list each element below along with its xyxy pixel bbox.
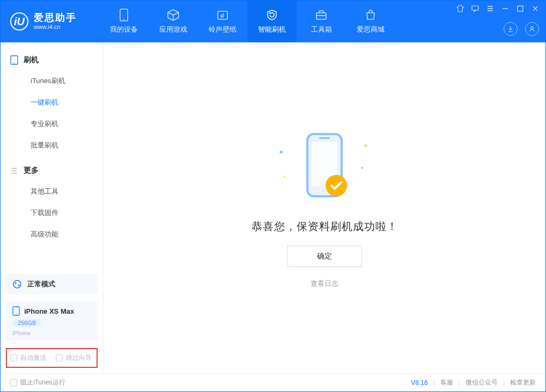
svg-point-9 xyxy=(13,280,21,288)
nav-apps-games[interactable]: 应用游戏 xyxy=(149,1,198,42)
phone-icon xyxy=(10,55,18,65)
nav-label: 智能刷机 xyxy=(258,25,286,34)
sidebar-item-download-firmware[interactable]: 下载固件 xyxy=(1,202,103,224)
account-row xyxy=(456,22,539,36)
statusbar: 阻止iTunes运行 V8.16 | 客服 | 微信公众号 | 检查更新 xyxy=(1,373,545,391)
ok-button[interactable]: 确定 xyxy=(287,246,362,267)
mode-icon xyxy=(12,279,22,289)
window-controls xyxy=(456,5,539,13)
checkbox-block-itunes[interactable]: 阻止iTunes运行 xyxy=(10,378,65,387)
feedback-icon[interactable] xyxy=(471,5,479,13)
account-button[interactable] xyxy=(525,22,539,36)
options-highlight-box: 自动激活 跳过向导 xyxy=(6,348,98,368)
success-message: 恭喜您，保资料刷机成功啦！ xyxy=(252,219,398,234)
nav-store[interactable]: 爱思商城 xyxy=(346,1,395,42)
device-box[interactable]: iPhone XS Max 256GB iPhone xyxy=(6,301,98,341)
checkbox-label: 自动激活 xyxy=(20,353,46,363)
bag-icon xyxy=(365,9,377,21)
sidebar-item-batch-flash[interactable]: 批量刷机 xyxy=(1,135,103,156)
checkbox-auto-activate[interactable]: 自动激活 xyxy=(10,353,46,363)
refresh-shield-icon xyxy=(265,9,278,21)
svg-rect-5 xyxy=(518,6,523,11)
view-log-link[interactable]: 查看日志 xyxy=(311,279,338,289)
app-url: www.i4.cn xyxy=(34,24,77,30)
mode-box[interactable]: 正常模式 xyxy=(6,274,98,294)
svg-point-11 xyxy=(18,285,20,286)
checkbox-icon xyxy=(10,354,17,361)
sidebar-item-pro-flash[interactable]: 专业刷机 xyxy=(1,113,103,135)
sidebar-group-more: 更多 xyxy=(1,160,103,181)
checkbox-label: 跳过向导 xyxy=(66,353,92,363)
list-icon xyxy=(10,167,18,175)
svg-rect-2 xyxy=(218,11,227,19)
content-panel: ✦ ✦ ✦ ✦ 恭喜您，保资料刷机成功啦！ 确定 查看日志 xyxy=(104,42,545,373)
toolbox-icon xyxy=(315,9,328,21)
sidebar-item-advanced[interactable]: 高级功能 xyxy=(1,224,103,245)
success-illustration: ✦ ✦ ✦ ✦ xyxy=(282,127,367,208)
nav-label: 工具箱 xyxy=(311,25,332,34)
svg-point-8 xyxy=(14,63,15,64)
check-update-link[interactable]: 检查更新 xyxy=(510,378,536,387)
storage-badge: 256GB xyxy=(12,319,41,327)
device-type: iPhone xyxy=(12,330,31,336)
sidebar-group-flash: 刷机 xyxy=(1,50,103,70)
svg-point-10 xyxy=(15,283,17,284)
checkbox-skip-guide[interactable]: 跳过向导 xyxy=(56,353,92,363)
music-folder-icon xyxy=(217,9,228,21)
mode-label: 正常模式 xyxy=(27,279,55,289)
nav-label: 爱思商城 xyxy=(357,25,385,34)
svg-point-1 xyxy=(123,19,124,20)
nav-my-device[interactable]: 我的设备 xyxy=(99,1,149,42)
checkbox-icon xyxy=(56,354,63,361)
nav-ringtones[interactable]: 铃声壁纸 xyxy=(198,1,247,42)
device-phone-icon xyxy=(12,306,20,316)
device-icon xyxy=(119,9,129,21)
svg-rect-4 xyxy=(472,6,478,10)
close-icon[interactable] xyxy=(532,5,539,13)
titlebar-right xyxy=(456,1,539,42)
svg-rect-16 xyxy=(319,137,330,139)
sidebar-group-label: 更多 xyxy=(24,166,39,175)
svg-rect-3 xyxy=(316,13,326,19)
nav-label: 我的设备 xyxy=(110,25,138,34)
app-window: iU 爱思助手 www.i4.cn 我的设备 应用游戏 xyxy=(0,0,546,392)
wechat-link[interactable]: 微信公众号 xyxy=(466,378,498,387)
svg-point-17 xyxy=(326,175,347,196)
menu-icon[interactable] xyxy=(486,5,494,13)
version-text: V8.16 xyxy=(411,379,427,387)
logo: iU 爱思助手 www.i4.cn xyxy=(10,1,77,42)
cube-icon xyxy=(167,9,180,21)
sidebar-item-oneclick-flash[interactable]: 一键刷机 xyxy=(1,92,103,113)
support-link[interactable]: 客服 xyxy=(440,378,453,387)
svg-point-13 xyxy=(16,314,17,315)
sidebar-group-label: 刷机 xyxy=(24,55,39,65)
maximize-icon[interactable] xyxy=(517,5,524,13)
sidebar-item-other-tools[interactable]: 其他工具 xyxy=(1,181,103,202)
minimize-icon[interactable] xyxy=(501,5,509,13)
svg-point-6 xyxy=(531,27,534,29)
main-nav: 我的设备 应用游戏 铃声壁纸 智能刷机 xyxy=(99,1,395,42)
checkbox-label: 阻止iTunes运行 xyxy=(20,378,65,387)
nav-smart-flash[interactable]: 智能刷机 xyxy=(247,1,297,42)
body: 刷机 iTunes刷机 一键刷机 专业刷机 批量刷机 更多 其他工具 下载固件 … xyxy=(1,42,545,373)
device-name: iPhone XS Max xyxy=(24,307,74,315)
nav-toolbox[interactable]: 工具箱 xyxy=(297,1,346,42)
sidebar: 刷机 iTunes刷机 一键刷机 专业刷机 批量刷机 更多 其他工具 下载固件 … xyxy=(1,42,104,373)
checkbox-icon xyxy=(10,379,17,386)
app-title: 爱思助手 xyxy=(34,13,77,24)
titlebar: iU 爱思助手 www.i4.cn 我的设备 应用游戏 xyxy=(1,1,545,42)
download-button[interactable] xyxy=(504,22,518,36)
sidebar-item-itunes-flash[interactable]: iTunes刷机 xyxy=(1,70,103,92)
shirt-icon[interactable] xyxy=(456,5,464,13)
logo-icon: iU xyxy=(10,12,28,31)
nav-label: 铃声壁纸 xyxy=(209,25,237,34)
nav-label: 应用游戏 xyxy=(159,25,187,34)
